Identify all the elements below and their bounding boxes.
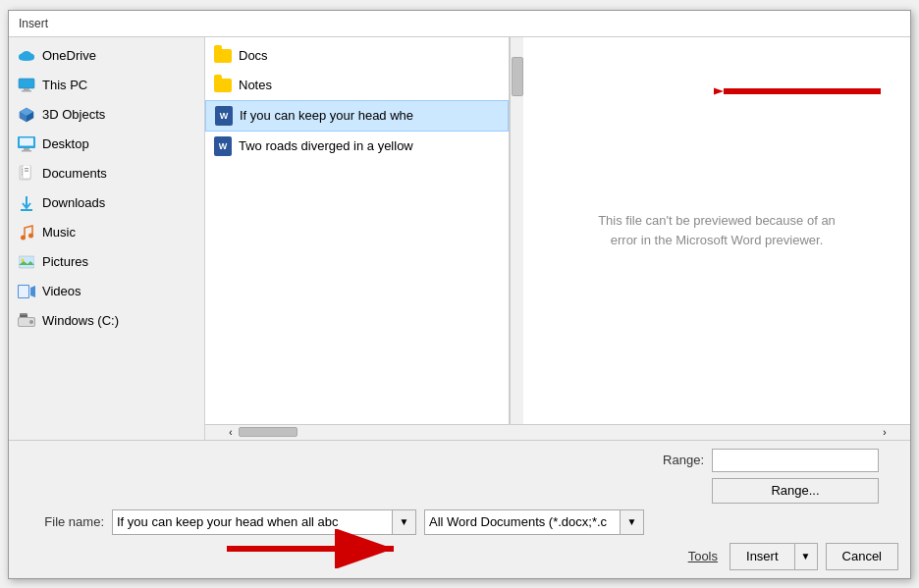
sidebar-item-thispc[interactable]: This PC bbox=[9, 71, 204, 100]
svg-point-32 bbox=[29, 320, 33, 324]
scrollbar-thumb[interactable] bbox=[512, 57, 523, 96]
dialog-body: OneDrive This PC bbox=[9, 37, 910, 440]
file-label-file1: If you can keep your head whe bbox=[240, 108, 413, 123]
cancel-button[interactable]: Cancel bbox=[826, 543, 898, 570]
sidebar-item-desktop[interactable]: Desktop bbox=[9, 130, 204, 159]
cloud-icon bbox=[17, 46, 36, 66]
svg-rect-21 bbox=[25, 170, 28, 171]
filetype-combo: ▼ bbox=[424, 509, 644, 535]
file-label-docs: Docs bbox=[239, 48, 268, 63]
svg-rect-4 bbox=[19, 79, 34, 88]
svg-rect-19 bbox=[23, 165, 30, 179]
dialog-title: Insert bbox=[19, 17, 48, 30]
3d-icon bbox=[17, 105, 36, 125]
sidebar-item-onedrive[interactable]: OneDrive bbox=[9, 41, 204, 71]
pictures-icon bbox=[17, 252, 36, 272]
red-arrow-insert bbox=[217, 529, 413, 568]
svg-point-3 bbox=[22, 51, 31, 59]
list-item-file2[interactable]: W Two roads diverged in a yellow bbox=[205, 132, 509, 161]
file-label-file2: Two roads diverged in a yellow bbox=[239, 138, 413, 153]
tools-label[interactable]: Tools bbox=[688, 549, 718, 563]
sidebar-label-thispc: This PC bbox=[42, 78, 87, 92]
range-input[interactable] bbox=[712, 449, 879, 472]
sidebar-label-windowsc: Windows (C:) bbox=[42, 313, 119, 328]
list-item-file1[interactable]: W If you can keep your head whe bbox=[205, 100, 509, 132]
svg-marker-28 bbox=[30, 286, 35, 297]
sidebar-label-3dobjects: 3D Objects bbox=[42, 107, 105, 122]
word-icon: W bbox=[213, 136, 233, 156]
sidebar-item-videos[interactable]: Videos bbox=[9, 277, 204, 306]
videos-icon bbox=[17, 282, 36, 301]
range-btn-row: Range... bbox=[21, 478, 898, 504]
range-row: Range: bbox=[21, 449, 898, 472]
insert-dropdown-arrow[interactable]: ▼ bbox=[794, 543, 818, 570]
svg-rect-13 bbox=[24, 148, 29, 150]
horizontal-scrollbar[interactable]: ‹ › bbox=[205, 424, 910, 440]
svg-rect-34 bbox=[20, 315, 27, 317]
file-label-notes: Notes bbox=[239, 78, 272, 92]
filename-input[interactable] bbox=[112, 509, 393, 535]
computer-icon bbox=[17, 76, 36, 95]
sidebar-label-onedrive: OneDrive bbox=[42, 48, 96, 63]
filename-label: File name: bbox=[21, 514, 104, 529]
svg-rect-22 bbox=[21, 209, 32, 211]
sidebar-label-videos: Videos bbox=[42, 284, 81, 298]
filename-row: File name: ▼ ▼ bbox=[21, 509, 898, 535]
sidebar-label-documents: Documents bbox=[42, 166, 107, 181]
svg-rect-12 bbox=[20, 137, 33, 145]
svg-rect-29 bbox=[19, 286, 28, 297]
hscroll-thumb[interactable] bbox=[239, 427, 297, 437]
filename-dropdown-arrow[interactable]: ▼ bbox=[393, 509, 416, 535]
sidebar-item-windowsc[interactable]: Windows (C:) bbox=[9, 306, 204, 336]
svg-rect-6 bbox=[22, 90, 31, 92]
sidebar-item-downloads[interactable]: Downloads bbox=[9, 188, 204, 218]
red-arrow-preview bbox=[714, 67, 891, 116]
filename-combo: ▼ bbox=[112, 509, 416, 535]
list-item-notes[interactable]: Notes bbox=[205, 71, 509, 100]
bottom-bar: Range: Range... File name: ▼ ▼ bbox=[9, 440, 910, 578]
file-list-row: Docs Notes W bbox=[205, 37, 910, 424]
dialog-titlebar: Insert bbox=[9, 11, 910, 37]
sidebar-item-documents[interactable]: Documents bbox=[9, 159, 204, 188]
desktop-icon bbox=[17, 134, 36, 154]
sidebar-item-pictures[interactable]: Pictures bbox=[9, 247, 204, 277]
svg-rect-5 bbox=[24, 88, 29, 90]
svg-point-23 bbox=[21, 235, 26, 240]
documents-icon bbox=[17, 164, 36, 184]
music-icon bbox=[17, 223, 36, 242]
svg-rect-14 bbox=[22, 150, 31, 152]
sidebar-label-desktop: Desktop bbox=[42, 136, 89, 151]
downloads-icon bbox=[17, 193, 36, 213]
sidebar-item-3dobjects[interactable]: 3D Objects bbox=[9, 100, 204, 130]
content-area: Docs Notes W bbox=[205, 37, 910, 440]
file-list-scrollbar[interactable] bbox=[510, 37, 523, 424]
insert-dialog: Insert OneDrive bbox=[8, 10, 911, 579]
insert-btn-group: Insert ▼ bbox=[730, 543, 818, 570]
word-icon: W bbox=[214, 106, 234, 126]
drive-icon bbox=[17, 311, 36, 331]
sidebar-label-downloads: Downloads bbox=[42, 195, 105, 210]
sidebar: OneDrive This PC bbox=[9, 37, 205, 440]
folder-icon bbox=[213, 76, 233, 95]
svg-rect-20 bbox=[25, 168, 28, 169]
filetype-dropdown-arrow[interactable]: ▼ bbox=[621, 509, 644, 535]
scroll-right-btn[interactable]: › bbox=[877, 427, 892, 438]
list-item-docs[interactable]: Docs bbox=[205, 41, 509, 71]
action-row: Tools Insert ▼ Cancel bbox=[21, 543, 898, 570]
sidebar-item-music[interactable]: Music bbox=[9, 218, 204, 247]
folder-icon bbox=[213, 46, 233, 66]
svg-point-24 bbox=[28, 233, 33, 238]
sidebar-label-music: Music bbox=[42, 225, 76, 240]
scroll-left-btn[interactable]: ‹ bbox=[223, 427, 239, 438]
preview-message: This file can't be previewed because of … bbox=[594, 211, 839, 249]
file-list-panel: Docs Notes W bbox=[205, 37, 510, 424]
file-list-container: Docs Notes W bbox=[205, 37, 910, 440]
range-label: Range: bbox=[663, 453, 704, 467]
preview-panel: This file can't be previewed because of … bbox=[523, 37, 910, 424]
svg-rect-25 bbox=[19, 256, 34, 268]
sidebar-label-pictures: Pictures bbox=[42, 254, 88, 269]
hscroll-track bbox=[239, 427, 877, 437]
range-button[interactable]: Range... bbox=[712, 478, 879, 504]
filetype-input[interactable] bbox=[424, 509, 621, 535]
insert-button[interactable]: Insert bbox=[730, 543, 794, 570]
